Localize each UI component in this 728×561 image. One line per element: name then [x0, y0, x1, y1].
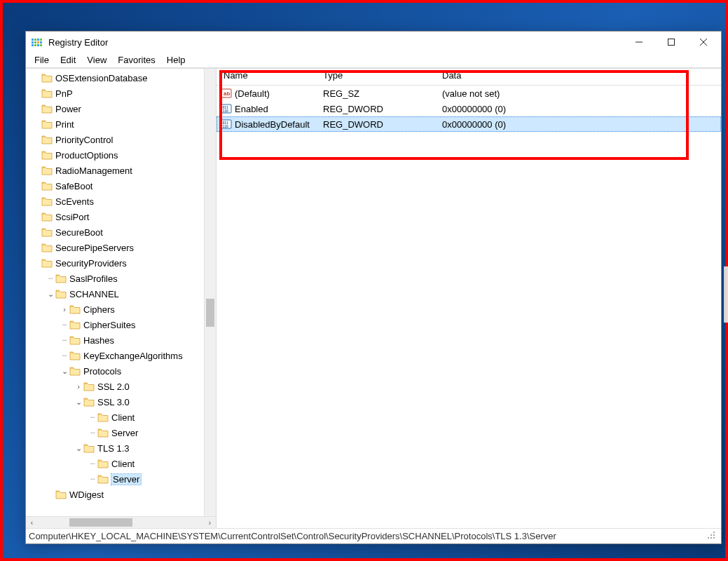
tree-item-label: PnP — [55, 88, 73, 99]
chevron-right-icon[interactable]: › — [74, 382, 83, 391]
tree-item[interactable]: ScsiPort — [26, 209, 216, 224]
value-data: (value not set) — [439, 88, 721, 99]
tree-item[interactable]: ┄Client — [26, 456, 216, 471]
folder-icon — [69, 304, 81, 314]
tree-spacer: ┄ — [88, 413, 97, 422]
tree-spacer: ┄ — [88, 428, 97, 438]
tree-item[interactable]: ⌄TLS 1.3 — [26, 440, 216, 456]
menubar: File Edit View Favorites Help — [26, 53, 721, 68]
tree-item[interactable]: ┄Hashes — [26, 332, 216, 348]
tree-item[interactable]: SafeBoot — [26, 178, 216, 194]
tree-item[interactable]: RadioManagement — [26, 163, 216, 178]
folder-icon — [41, 165, 53, 175]
column-header-data[interactable]: Data — [439, 70, 721, 85]
tree-item[interactable]: ┄SaslProfiles — [26, 271, 216, 286]
list-header: Name Type Data — [217, 69, 721, 86]
resize-grip-icon[interactable] — [707, 531, 718, 542]
value-row[interactable]: ab(Default)REG_SZ(value not set) — [217, 86, 721, 101]
tree-spacer: ┄ — [60, 351, 69, 360]
folder-icon — [55, 273, 67, 283]
tree-item-label: SafeBoot — [55, 181, 93, 191]
tree-item[interactable]: ┄Server — [26, 425, 216, 440]
tree-item-label: Server — [111, 428, 138, 438]
horizontal-scrollbar-track[interactable] — [38, 517, 204, 528]
tree-item-label: ScEvents — [55, 196, 94, 207]
tree-item[interactable]: ⌄SCHANNEL — [26, 286, 216, 302]
tree-item[interactable]: ScEvents — [26, 194, 216, 209]
folder-icon — [97, 412, 109, 422]
svg-point-24 — [713, 532, 715, 533]
vertical-scrollbar-thumb[interactable] — [206, 299, 214, 327]
folder-icon — [41, 150, 53, 160]
tree-item-label: CipherSuites — [83, 320, 135, 330]
chevron-down-icon[interactable]: ⌄ — [46, 290, 55, 299]
horizontal-scrollbar-thumb[interactable] — [69, 518, 132, 527]
tree-item-label: TLS 1.3 — [97, 443, 130, 454]
value-name: Enabled — [235, 104, 268, 114]
tree-pane: OSExtensionDatabasePnPPowerPrintPriority… — [26, 69, 217, 528]
tree-item-label: Hashes — [83, 335, 114, 346]
tree-item[interactable]: ┄Server — [26, 471, 216, 487]
close-button[interactable] — [687, 32, 720, 53]
tree-item-label: SSL 3.0 — [97, 397, 130, 407]
maximize-button[interactable] — [655, 32, 687, 53]
chevron-down-icon[interactable]: ⌄ — [74, 444, 83, 453]
svg-rect-4 — [34, 41, 36, 43]
minimize-button[interactable] — [623, 32, 655, 53]
value-data: 0x00000000 (0) — [439, 104, 721, 114]
scroll-right-arrow[interactable]: › — [204, 517, 216, 529]
column-header-type[interactable]: Type — [320, 70, 439, 85]
menu-file[interactable]: File — [29, 53, 55, 67]
menu-view[interactable]: View — [81, 53, 112, 67]
statusbar: Computer\HKEY_LOCAL_MACHINE\SYSTEM\Curre… — [26, 528, 721, 543]
scroll-left-arrow[interactable]: ‹ — [26, 517, 38, 529]
values-pane: Name Type Data ab(Default)REG_SZ(value n… — [217, 69, 721, 528]
menu-edit[interactable]: Edit — [55, 53, 81, 67]
vertical-scrollbar[interactable] — [204, 69, 216, 516]
tree-scroll[interactable]: OSExtensionDatabasePnPPowerPrintPriority… — [26, 69, 216, 516]
chevron-down-icon[interactable]: ⌄ — [60, 367, 69, 376]
tree-item[interactable]: SecurityProviders — [26, 255, 216, 271]
column-header-name[interactable]: Name — [217, 70, 320, 85]
reg-dword-icon: 011110 — [221, 103, 232, 114]
folder-icon — [83, 443, 95, 453]
tree-item[interactable]: ⌄SSL 3.0 — [26, 394, 216, 410]
chevron-right-icon[interactable]: › — [60, 305, 69, 313]
titlebar[interactable]: Registry Editor — [26, 32, 721, 53]
tree-item[interactable]: ⌄Protocols — [26, 363, 216, 379]
folder-icon — [97, 428, 109, 438]
tree-item[interactable]: SecureBoot — [26, 224, 216, 240]
folder-icon — [41, 88, 53, 98]
horizontal-scrollbar[interactable]: ‹ › — [26, 516, 216, 528]
folder-icon — [69, 351, 81, 360]
tree-item[interactable]: OSExtensionDatabase — [26, 70, 216, 86]
svg-rect-9 — [40, 39, 42, 41]
tree-item[interactable]: ┄Client — [26, 410, 216, 425]
tree-item[interactable]: ›SSL 2.0 — [26, 379, 216, 394]
value-row[interactable]: 011110EnabledREG_DWORD0x00000000 (0) — [217, 101, 721, 116]
tree-item[interactable]: WDigest — [26, 487, 216, 502]
svg-rect-5 — [34, 44, 36, 46]
tree-item[interactable]: PnP — [26, 86, 216, 101]
tree-item[interactable]: ProductOptions — [26, 147, 216, 163]
tree-item[interactable]: Power — [26, 101, 216, 116]
tree-item[interactable]: ┄KeyExchangeAlgorithms — [26, 348, 216, 363]
svg-rect-3 — [34, 39, 36, 41]
tree-item-label: WDigest — [69, 489, 104, 500]
window-controls — [623, 32, 720, 53]
tree-item[interactable]: PriorityControl — [26, 132, 216, 147]
tree-item[interactable]: Print — [26, 116, 216, 132]
registry-editor-window: Registry Editor File Edit View Favorites… — [25, 31, 722, 544]
chevron-down-icon[interactable]: ⌄ — [74, 398, 83, 407]
menu-favorites[interactable]: Favorites — [112, 53, 160, 67]
tree-item[interactable]: SecurePipeServers — [26, 240, 216, 255]
tree-item[interactable]: ›Ciphers — [26, 302, 216, 317]
tree-item-label: Power — [55, 104, 81, 114]
folder-icon — [69, 366, 81, 376]
tree-item-label: KeyExchangeAlgorithms — [83, 351, 183, 361]
menu-help[interactable]: Help — [161, 53, 191, 67]
svg-point-25 — [713, 534, 715, 536]
tree-item[interactable]: ┄CipherSuites — [26, 317, 216, 332]
list-body[interactable]: ab(Default)REG_SZ(value not set)011110En… — [217, 86, 721, 132]
value-row[interactable]: 011110DisabledByDefaultREG_DWORD0x000000… — [217, 116, 721, 132]
